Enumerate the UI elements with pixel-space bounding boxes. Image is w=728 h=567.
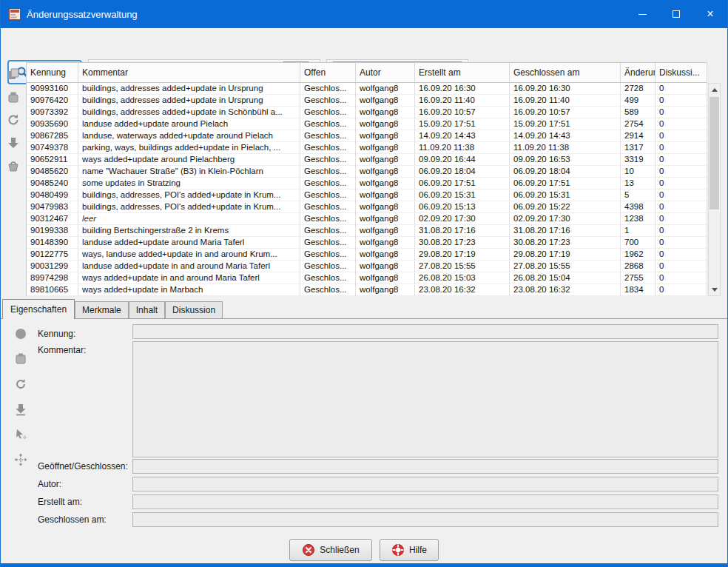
table-row[interactable]: 90148390landuse added+update around Mari… <box>27 237 707 249</box>
cell-closed: 06.09.20 15:22 <box>510 201 621 213</box>
cell-open: Geschlos... <box>300 130 356 142</box>
cell-comment: landuse, waterways added+update around P… <box>78 130 300 142</box>
refresh-changesets-button[interactable] <box>4 111 23 129</box>
table-row[interactable]: 90479983buildings, addresses, POI's adde… <box>27 201 707 213</box>
close-dialog-button[interactable]: Schließen <box>289 539 372 561</box>
download-changeset-content-button[interactable] <box>4 134 23 152</box>
changeset-side-toolbar <box>1 62 26 299</box>
table-row[interactable]: 90312467leerGeschlos...wolfgang802.09.20… <box>27 213 707 225</box>
zoom-to-changeset-button[interactable] <box>11 451 30 469</box>
vertical-scrollbar[interactable] <box>708 83 721 296</box>
table-row[interactable]: 90935690landuse added+update around Piel… <box>27 118 707 130</box>
table-row[interactable]: 90485620name "Wachauer Straße" (B3) in K… <box>27 166 707 178</box>
close-changeset-button[interactable] <box>4 157 23 175</box>
cell-id: 90312467 <box>27 213 78 225</box>
window-controls: × <box>625 0 727 28</box>
tab-diskussion[interactable]: Diskussion <box>165 301 223 318</box>
table-row[interactable]: 90749378parking, ways, buildings added+u… <box>27 142 707 154</box>
close-circle-icon <box>302 543 315 557</box>
titlebar: Änderungssatzverwaltung × <box>1 0 727 28</box>
detail-tabs: Eigenschaften Merkmale Inhalt Diskussion <box>1 299 727 319</box>
cell-author: wolfgang8 <box>356 249 415 261</box>
cell-id: 90199338 <box>27 225 78 237</box>
changeset-content-icon <box>14 352 27 366</box>
col-header-erstellt[interactable]: Erstellt am <box>415 63 510 82</box>
cell-open: Geschlos... <box>300 142 356 154</box>
window-title: Änderungssatzverwaltung <box>27 9 138 20</box>
toolbar: Abfrage Änderungssatzkennung: Eigene Änd… <box>1 28 727 62</box>
cell-closed: 27.08.20 15:55 <box>510 261 621 272</box>
cell-id: 90652911 <box>27 154 78 166</box>
table-row[interactable]: 89810665ways added+update in MarbachGesc… <box>27 284 707 296</box>
kennung-label: Kennung: <box>38 329 75 339</box>
cell-discussions: 0 <box>655 237 707 249</box>
erstellt-label: Erstellt am: <box>38 497 82 507</box>
tab-eigenschaften[interactable]: Eigenschaften <box>2 299 75 319</box>
update-changeset-button[interactable] <box>11 375 30 393</box>
cell-discussions: 0 <box>655 249 707 261</box>
changesets-list-button[interactable] <box>4 65 23 83</box>
eigenschaften-panel: Kennung: Kommentar: Geöffnet/Geschlossen… <box>1 319 727 530</box>
cell-id: 90480499 <box>27 189 78 201</box>
cell-author: wolfgang8 <box>356 237 415 249</box>
tab-inhalt[interactable]: Inhalt <box>129 301 165 318</box>
table-row[interactable]: 90976420buildings, addresses added+updat… <box>27 95 707 107</box>
refresh-changesets-icon <box>6 113 21 127</box>
cell-closed: 02.09.20 17:30 <box>510 213 621 225</box>
maximize-button[interactable] <box>659 0 693 28</box>
col-header-geschlossen[interactable]: Geschlossen am <box>510 63 621 82</box>
minimize-button[interactable] <box>625 0 659 28</box>
help-button[interactable]: Hilfe <box>380 539 439 561</box>
select-in-layer-button[interactable] <box>11 426 30 443</box>
changeset-state-button[interactable] <box>11 325 30 343</box>
scroll-down-button[interactable] <box>709 284 720 295</box>
table-row[interactable]: 90480499buildings, addresses, POI's adde… <box>27 189 707 201</box>
scroll-up-button[interactable] <box>709 84 720 95</box>
cell-discussions: 0 <box>655 201 707 213</box>
cell-author: wolfgang8 <box>356 201 415 213</box>
col-header-aenderungen[interactable]: Änderun... <box>621 63 655 82</box>
table-row[interactable]: 90652911ways added+update around Pielach… <box>27 154 707 166</box>
cell-author: wolfgang8 <box>356 130 415 142</box>
cell-closed: 09.09.20 16:53 <box>510 154 621 166</box>
cell-id: 90993160 <box>27 83 78 95</box>
table-row[interactable]: 90485240some updates in StratzingGeschlo… <box>27 178 707 189</box>
scrollbar-thumb[interactable] <box>710 97 719 209</box>
cell-changes: 1 <box>621 225 655 237</box>
cell-comment: ways, landuse added+update in and around… <box>78 249 300 261</box>
col-header-offen[interactable]: Offen <box>300 63 356 82</box>
cell-discussions: 0 <box>655 261 707 272</box>
cell-changes: 1962 <box>621 249 655 261</box>
tab-merkmale[interactable]: Merkmale <box>75 301 129 318</box>
cell-created: 26.08.20 15:03 <box>415 272 510 284</box>
table-row[interactable]: 90199338building Bertschingerstraße 2 in… <box>27 225 707 237</box>
table-row[interactable]: 90867285landuse, waterways added+update … <box>27 130 707 142</box>
col-header-kommentar[interactable]: Kommentar <box>78 63 300 82</box>
table-row[interactable]: 90993160buildings, addresses added+updat… <box>27 83 707 95</box>
download-content-button[interactable] <box>11 400 30 418</box>
cell-id: 90485620 <box>27 166 78 178</box>
changeset-manager-window: Änderungssatzverwaltung × Abfrage Änderu… <box>0 0 728 567</box>
cell-open: Geschlos... <box>300 107 356 118</box>
cell-comment: leer <box>78 213 300 225</box>
table-row[interactable]: 89974298ways added+update in and around … <box>27 272 707 284</box>
col-header-diskussionen[interactable]: Diskussi... <box>655 63 707 82</box>
changeset-content-button[interactable] <box>11 350 30 368</box>
close-window-button[interactable]: × <box>693 0 727 28</box>
closed-changeset-button[interactable] <box>4 88 23 106</box>
cell-author: wolfgang8 <box>356 107 415 118</box>
table-row[interactable]: 90973392buildings, addresses added+updat… <box>27 107 707 118</box>
table-row[interactable]: 90122775ways, landuse added+update in an… <box>27 249 707 261</box>
cell-comment: buildings, addresses added+update in Sch… <box>78 107 300 118</box>
col-header-kennung[interactable]: Kennung <box>27 63 78 82</box>
col-header-autor[interactable]: Autor <box>356 63 415 82</box>
cell-comment: landuse added+update in and around Maria… <box>78 261 300 272</box>
geschlossen-field <box>132 512 718 527</box>
cell-created: 14.09.20 14:43 <box>415 130 510 142</box>
table-row[interactable]: 90031299landuse added+update in and arou… <box>27 261 707 272</box>
cell-open: Geschlos... <box>300 225 356 237</box>
footer: Schließen Hilfe <box>1 530 727 563</box>
cell-author: wolfgang8 <box>356 154 415 166</box>
cell-closed: 14.09.20 14:43 <box>510 130 621 142</box>
cell-created: 06.09.20 18:04 <box>415 166 510 178</box>
